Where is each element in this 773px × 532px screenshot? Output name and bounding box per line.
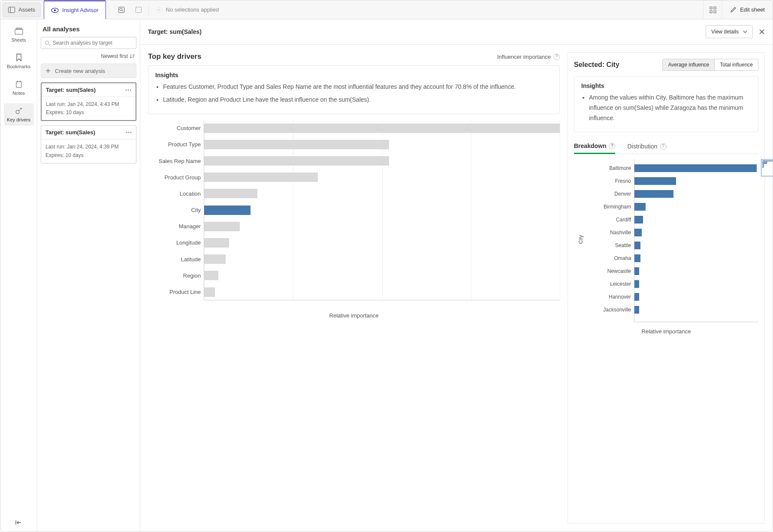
breakdown-chart[interactable]: City Balti xyxy=(634,159,758,322)
more-icon[interactable] xyxy=(125,89,131,91)
chart-bar[interactable]: Nashville xyxy=(634,227,642,238)
chart-bar[interactable]: Longitude xyxy=(204,237,229,249)
chart-bar[interactable]: Baltimore xyxy=(634,163,757,174)
rail-keydrivers[interactable]: Key drivers xyxy=(4,103,34,126)
analysis-expires: Expires: 10 days xyxy=(46,109,131,117)
help-icon[interactable]: ? xyxy=(609,143,615,149)
chart-bar[interactable]: Location xyxy=(204,187,257,200)
segment-total[interactable]: Total influence xyxy=(714,59,758,70)
chart-bar[interactable]: City xyxy=(204,204,251,216)
chart-bar-label: Location xyxy=(180,190,201,197)
chart-bar-label: Product Group xyxy=(164,174,201,181)
chart-bar-label: Cardiff xyxy=(616,217,631,223)
key-drivers-chart[interactable]: CustomerProduct TypeSales Rep NameProduc… xyxy=(204,120,560,300)
segment-average[interactable]: Average influence xyxy=(663,59,714,70)
svg-rect-39 xyxy=(762,167,764,168)
chart-bar[interactable]: Omaha xyxy=(634,253,640,264)
search-input[interactable] xyxy=(53,40,133,46)
chart-bar-rect xyxy=(204,287,215,297)
chart2-yaxis-label: City xyxy=(578,235,584,244)
chart-bar-label: Birmingham xyxy=(604,204,631,210)
chart-bar[interactable]: Region xyxy=(204,269,218,281)
analysis-card[interactable]: Target: sum(Sales) Last run: Jan 24, 202… xyxy=(41,82,136,121)
chart-bar-rect xyxy=(634,190,673,198)
chart-bar[interactable]: Product Group xyxy=(204,171,318,183)
chart-bar[interactable]: Product Type xyxy=(204,139,389,151)
pencil-icon xyxy=(730,6,737,13)
insight-item: Among the values within City, Baltimore … xyxy=(589,93,751,123)
chart-bar[interactable]: Birmingham xyxy=(634,201,646,212)
rail-notes[interactable]: Notes xyxy=(4,77,34,99)
svg-rect-35 xyxy=(762,162,767,163)
close-icon[interactable] xyxy=(759,29,765,35)
analysis-lastrun: Last run: Jan 24, 2024, 4:43 PM xyxy=(46,100,131,109)
chart-bar-rect xyxy=(634,242,640,249)
rail-notes-label: Notes xyxy=(12,91,25,96)
selection-tool-icon[interactable] xyxy=(131,3,146,17)
rail-bookmarks[interactable]: Bookmarks xyxy=(4,50,34,73)
svg-point-30 xyxy=(128,132,130,133)
view-details-button[interactable]: View details xyxy=(706,25,753,38)
help-icon[interactable]: ? xyxy=(660,143,667,150)
analysis-card-title: Target: sum(Sales) xyxy=(46,87,96,93)
chart-bar[interactable]: Product Line xyxy=(204,286,215,298)
insight-item: Latitude, Region and Product Line have t… xyxy=(163,95,553,105)
no-selections-label: No selections applied xyxy=(156,6,219,13)
svg-point-28 xyxy=(130,89,131,91)
chart-bar[interactable]: Customer xyxy=(204,122,560,134)
svg-point-26 xyxy=(126,89,127,91)
chart-bar[interactable]: Denver xyxy=(634,188,673,200)
chart-bar[interactable]: Fresno xyxy=(634,175,676,187)
svg-rect-34 xyxy=(762,160,773,161)
no-selections-text: No selections applied xyxy=(166,6,219,13)
rail-sheets[interactable]: Sheets xyxy=(4,24,34,46)
search-analyses[interactable] xyxy=(41,37,136,49)
edit-sheet-label: Edit sheet xyxy=(740,6,765,13)
tab-distribution-label: Distribution xyxy=(627,143,657,150)
chart-bar[interactable]: Latitude xyxy=(204,253,226,265)
rail-sheets-label: Sheets xyxy=(11,37,26,42)
chart-bar[interactable]: Cardiff xyxy=(634,214,643,225)
left-rail: Sheets Bookmarks Notes Key drivers xyxy=(0,19,37,532)
minimap[interactable] xyxy=(761,159,773,176)
grid-view-icon[interactable] xyxy=(703,0,722,19)
insight-icon xyxy=(51,7,59,13)
chart-bar[interactable]: Leicester xyxy=(634,278,639,290)
svg-rect-11 xyxy=(710,7,712,9)
tab-breakdown[interactable]: Breakdown ? xyxy=(574,139,615,154)
chart-bar-label: Longitude xyxy=(176,239,201,246)
chart2-xlabel: Relative importance xyxy=(574,328,758,335)
key-drivers-title: Top key drivers xyxy=(148,52,201,61)
sort-row[interactable]: Newest first xyxy=(41,53,136,59)
chart-bar[interactable]: Jacksonville xyxy=(634,304,639,315)
svg-rect-17 xyxy=(16,82,21,88)
chart-bar-rect xyxy=(634,216,643,224)
analysis-card[interactable]: Target: sum(Sales) Last run: Jan 24, 202… xyxy=(41,125,136,163)
analysis-expires: Expires: 10 days xyxy=(45,151,132,160)
insights-heading: Insights xyxy=(155,72,553,79)
more-icon[interactable] xyxy=(126,132,132,133)
chart-bar-rect xyxy=(204,206,251,215)
chart-bar-rect xyxy=(204,222,240,231)
insights-box: Insights Features Customer, Product Type… xyxy=(148,65,560,114)
create-analysis-button[interactable]: Create new analysis xyxy=(41,63,136,78)
analyses-panel: All analyses Newest first Create new ana… xyxy=(37,19,140,532)
assets-button[interactable]: Assets xyxy=(3,3,41,17)
chart-bar[interactable]: Newcastle xyxy=(634,266,639,277)
rail-keydrivers-label: Key drivers xyxy=(7,117,30,122)
chart-bar[interactable]: Seattle xyxy=(634,240,640,251)
rail-collapse-icon[interactable] xyxy=(0,520,37,526)
help-icon[interactable]: ? xyxy=(553,54,560,60)
smart-search-icon[interactable] xyxy=(114,3,129,17)
chart-bar[interactable]: Sales Rep Name xyxy=(204,155,389,167)
chart-bar[interactable]: Manager xyxy=(204,221,240,233)
edit-sheet-button[interactable]: Edit sheet xyxy=(722,0,773,19)
insight-advisor-tab[interactable]: Insight Advisor xyxy=(44,0,106,19)
influence-segment: Average influence Total influence xyxy=(662,59,758,71)
svg-line-23 xyxy=(48,44,50,45)
chart-bar[interactable]: Hannover xyxy=(634,291,639,302)
svg-rect-13 xyxy=(710,11,712,13)
panel-icon xyxy=(8,7,15,13)
chart-bar-label: Jacksonville xyxy=(603,307,631,313)
tab-distribution[interactable]: Distribution ? xyxy=(627,139,666,154)
